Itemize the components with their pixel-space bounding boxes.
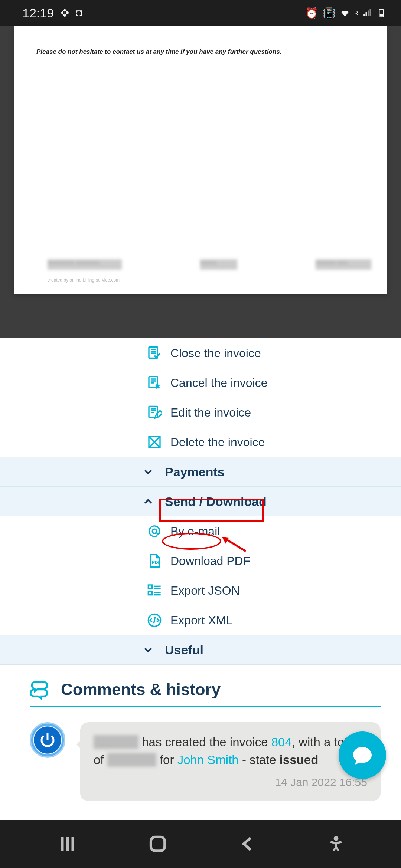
action-label: Cancel the invoice xyxy=(170,376,267,390)
svg-rect-9 xyxy=(148,585,152,589)
edit-invoice-action[interactable]: Edit the invoice xyxy=(0,398,401,427)
comments-header: Comments & history xyxy=(30,680,381,700)
chevron-down-icon xyxy=(142,644,154,656)
android-status-bar: 12:19 ✥ ◘ ⏰ 📳 R xyxy=(0,0,401,26)
section-label: Payments xyxy=(165,465,225,479)
accessibility-button[interactable] xyxy=(328,836,344,852)
chevron-up-icon xyxy=(142,495,154,508)
clock-time: 12:19 xyxy=(22,6,54,20)
comment-text: has created the invoice xyxy=(138,735,271,749)
section-divider xyxy=(30,706,381,707)
comment-text: - state xyxy=(239,753,280,767)
status-left-cluster: 12:19 ✥ ◘ xyxy=(22,6,82,20)
useful-section-header[interactable]: Useful xyxy=(0,635,401,665)
delete-invoice-icon xyxy=(147,435,162,450)
export-xml-action[interactable]: Export XML xyxy=(0,605,401,635)
at-sign-icon xyxy=(147,524,162,539)
chat-bubble-icon xyxy=(351,744,374,766)
svg-rect-10 xyxy=(148,591,152,595)
section-label: Useful xyxy=(165,643,203,657)
svg-rect-1 xyxy=(380,9,383,10)
action-label: Export XML xyxy=(170,614,232,627)
signal-icon xyxy=(362,8,372,18)
invoice-actions-list: Close the invoice Cancel the invoice Edi… xyxy=(0,338,401,457)
document-footer-contacts: xxxxxxxx xxxxxxx xxxxx xxxxxx xxx xyxy=(48,256,371,273)
invoice-document-page: Please do not hesitate to contact us at … xyxy=(14,26,387,294)
cancel-invoice-action[interactable]: Cancel the invoice xyxy=(0,368,401,398)
roaming-indicator: R xyxy=(354,10,358,16)
comment-timestamp: 14 Jan 2022 16:55 xyxy=(94,774,367,790)
json-grid-icon xyxy=(147,583,162,598)
document-generated-by: created by online-billing-service.com xyxy=(48,277,371,283)
android-navigation-bar xyxy=(0,820,401,868)
comment-bubble: Xxxxxxx has created the invoice 804, wit… xyxy=(80,722,381,801)
comments-icon xyxy=(30,680,50,700)
payments-section-header[interactable]: Payments xyxy=(0,457,401,487)
client-name-link[interactable]: John Smith xyxy=(177,753,239,767)
close-invoice-action[interactable]: Close the invoice xyxy=(0,338,401,368)
pdf-file-icon: PDF xyxy=(147,553,162,568)
chevron-down-icon xyxy=(142,466,154,478)
svg-text:PDF: PDF xyxy=(152,560,160,565)
comments-history-section: Comments & history Xxxxxxx has created t… xyxy=(0,665,401,801)
battery-icon xyxy=(376,8,386,18)
xml-code-icon xyxy=(147,613,162,628)
send-download-section-header[interactable]: Send / Download xyxy=(0,487,401,516)
avatar xyxy=(30,722,65,758)
document-footer-block: xxxxxxxx xxxxxxx xxxxx xxxxxx xxx create… xyxy=(48,256,371,283)
svg-rect-2 xyxy=(380,14,383,17)
comment-text: for xyxy=(156,753,177,767)
svg-point-21 xyxy=(335,837,337,840)
svg-rect-20 xyxy=(151,837,164,851)
invoice-number-link[interactable]: 804 xyxy=(271,735,292,749)
action-label: Download PDF xyxy=(170,554,250,568)
cancel-invoice-icon xyxy=(147,375,162,390)
action-label: Export JSON xyxy=(170,584,240,598)
back-button[interactable] xyxy=(238,834,258,854)
edit-invoice-icon xyxy=(147,405,162,420)
chat-fab-button[interactable] xyxy=(339,731,386,779)
delete-invoice-action[interactable]: Delete the invoice xyxy=(0,427,401,457)
document-preview-region[interactable]: Please do not hesitate to contact us at … xyxy=(0,26,401,338)
alarm-icon: ⏰ xyxy=(305,7,318,19)
notification-icon-1: ✥ xyxy=(61,7,69,19)
comment-entry: Xxxxxxx has created the invoice 804, wit… xyxy=(30,722,381,801)
redacted-text: xxxxxx xxx xyxy=(316,259,371,270)
redacted-username: Xxxxxxx xyxy=(94,735,138,749)
notification-icon-2: ◘ xyxy=(76,7,82,19)
wifi-icon xyxy=(340,8,350,18)
vibrate-icon: 📳 xyxy=(323,7,336,19)
action-label: Delete the invoice xyxy=(170,435,265,449)
status-right-cluster: ⏰ 📳 R xyxy=(305,7,386,19)
redacted-text: xxxxxxxx xxxxxxx xyxy=(48,259,122,270)
power-icon xyxy=(39,731,56,749)
close-invoice-icon xyxy=(147,346,162,361)
comments-title: Comments & history xyxy=(61,680,221,699)
invoice-state: issued xyxy=(280,753,319,767)
send-by-email-action[interactable]: By e-mail xyxy=(0,516,401,546)
action-label: Close the invoice xyxy=(170,346,261,360)
send-download-items: By e-mail PDF Download PDF Export JSON E… xyxy=(0,516,401,635)
download-pdf-action[interactable]: PDF Download PDF xyxy=(0,546,401,576)
section-label: Send / Download xyxy=(165,494,267,509)
svg-point-7 xyxy=(152,529,157,533)
action-label: By e-mail xyxy=(170,525,220,538)
home-button[interactable] xyxy=(147,834,168,854)
action-label: Edit the invoice xyxy=(170,406,251,420)
redacted-text: xxxxx xyxy=(200,259,237,270)
redacted-amount: XXXXXX xyxy=(107,753,156,767)
export-json-action[interactable]: Export JSON xyxy=(0,576,401,605)
recents-button[interactable] xyxy=(57,834,78,854)
document-footer-notice: Please do not hesitate to contact us at … xyxy=(36,48,365,56)
